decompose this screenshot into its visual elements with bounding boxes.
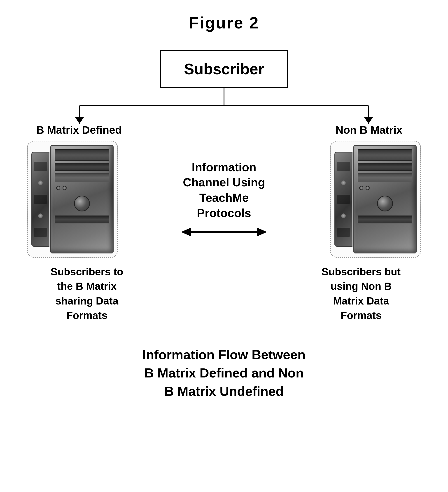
right-side-tower xyxy=(335,152,353,247)
left-circle-btn xyxy=(74,196,90,211)
center-info: Information Channel Using TeachMe Protoc… xyxy=(118,160,330,239)
side-detail-1 xyxy=(34,162,47,171)
left-btn-row xyxy=(55,184,109,192)
side-circle-1 xyxy=(38,181,43,185)
right-side-circle-2 xyxy=(341,214,346,218)
side-circle-2 xyxy=(38,214,43,218)
right-btn-row xyxy=(358,184,412,192)
side-detail-3 xyxy=(34,228,47,237)
diagram-area: Subscriber B Matrix Defined Non B Matrix xyxy=(18,50,430,400)
right-circle-btn xyxy=(377,196,393,211)
tree-lines-svg xyxy=(18,88,430,124)
non-b-matrix-label: Non B Matrix xyxy=(326,124,412,136)
svg-marker-7 xyxy=(181,227,191,236)
right-main-tower xyxy=(353,145,417,254)
svg-marker-4 xyxy=(75,117,84,124)
left-drive-bay-1 xyxy=(55,149,109,161)
left-side-tower xyxy=(31,152,50,247)
right-side-circle-1 xyxy=(341,181,346,185)
right-side-detail-1 xyxy=(337,162,350,171)
b-matrix-label: B Matrix Defined xyxy=(36,124,122,136)
left-small-btn-1 xyxy=(56,186,60,190)
right-drive-bay-1 xyxy=(358,149,412,161)
page-container: Figure 2 Subscriber B Matrix Defined Non… xyxy=(0,0,448,418)
right-drive-slot-2 xyxy=(358,215,412,223)
bottom-caption: Information Flow Between B Matrix Define… xyxy=(143,345,305,400)
svg-marker-8 xyxy=(257,227,267,236)
computers-row: Information Channel Using TeachMe Protoc… xyxy=(18,141,430,258)
right-drive-slot-1 xyxy=(358,163,412,171)
left-caption: Subscribers to the B Matrix sharing Data… xyxy=(36,265,138,323)
labels-row: B Matrix Defined Non B Matrix xyxy=(18,124,430,136)
right-small-btn-2 xyxy=(366,186,370,190)
left-computer-group xyxy=(27,141,118,258)
left-cd-bay xyxy=(55,173,109,182)
svg-marker-5 xyxy=(364,117,373,124)
right-cd-bay xyxy=(358,173,412,182)
right-side-detail-3 xyxy=(337,228,350,237)
left-small-btn-2 xyxy=(62,186,67,190)
left-main-tower xyxy=(50,145,113,254)
left-drive-slot-2 xyxy=(55,215,109,223)
info-channel-text: Information Channel Using TeachMe Protoc… xyxy=(183,160,265,221)
right-computer-group xyxy=(330,141,421,258)
captions-row: Subscribers to the B Matrix sharing Data… xyxy=(18,258,430,323)
figure-title: Figure 2 xyxy=(189,14,259,32)
right-caption: Subscribers but using Non B Matrix Data … xyxy=(310,265,412,323)
left-drive-slot-1 xyxy=(55,163,109,171)
side-detail-2 xyxy=(34,195,47,204)
right-side-detail-2 xyxy=(337,195,350,204)
right-small-btn-1 xyxy=(359,186,363,190)
subscriber-box: Subscriber xyxy=(160,50,287,88)
double-arrow-svg xyxy=(179,225,269,239)
